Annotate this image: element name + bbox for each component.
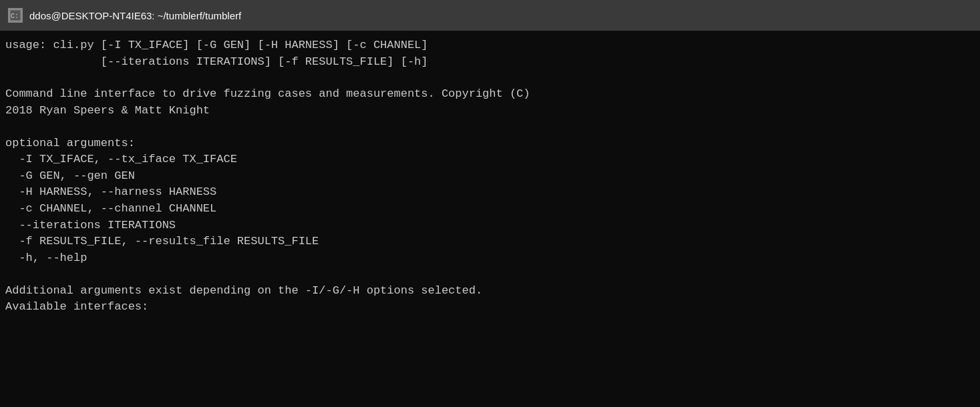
terminal-line: -G GEN, --gen GEN: [5, 168, 975, 185]
terminal-line: -f RESULTS_FILE, --results_file RESULTS_…: [5, 234, 975, 250]
window-title: ddos@DESKTOP-NT4IE63: ~/tumblerf/tumbler…: [29, 10, 241, 21]
terminal-line: -H HARNESS, --harness HARNESS: [5, 184, 975, 201]
svg-text:C:: C:: [11, 13, 19, 20]
terminal-line: -I TX_IFACE, --tx_iface TX_IFACE: [5, 151, 975, 168]
terminal-line: Available interfaces:: [5, 299, 975, 316]
terminal-icon: C:: [8, 8, 23, 23]
terminal-line: Additional arguments exist depending on …: [5, 283, 975, 300]
terminal-body: usage: cli.py [-I TX_IFACE] [-G GEN] [-H…: [0, 31, 980, 407]
terminal-line: [--iterations ITERATIONS] [-f RESULTS_FI…: [5, 54, 975, 71]
title-bar: C: ddos@DESKTOP-NT4IE63: ~/tumblerf/tumb…: [0, 0, 980, 31]
terminal-line: 2018 Ryan Speers & Matt Knight: [5, 103, 975, 119]
terminal-line: -c CHANNEL, --channel CHANNEL: [5, 201, 975, 218]
terminal-line: optional arguments:: [5, 135, 975, 152]
terminal-line: Command line interface to drive fuzzing …: [5, 86, 975, 103]
terminal-line: -h, --help: [5, 250, 975, 267]
terminal-line: --iterations ITERATIONS: [5, 218, 975, 234]
terminal-blank-line: [5, 119, 975, 135]
terminal-blank-line: [5, 267, 975, 283]
terminal-blank-line: [5, 70, 975, 86]
terminal-line: usage: cli.py [-I TX_IFACE] [-G GEN] [-H…: [5, 37, 975, 54]
